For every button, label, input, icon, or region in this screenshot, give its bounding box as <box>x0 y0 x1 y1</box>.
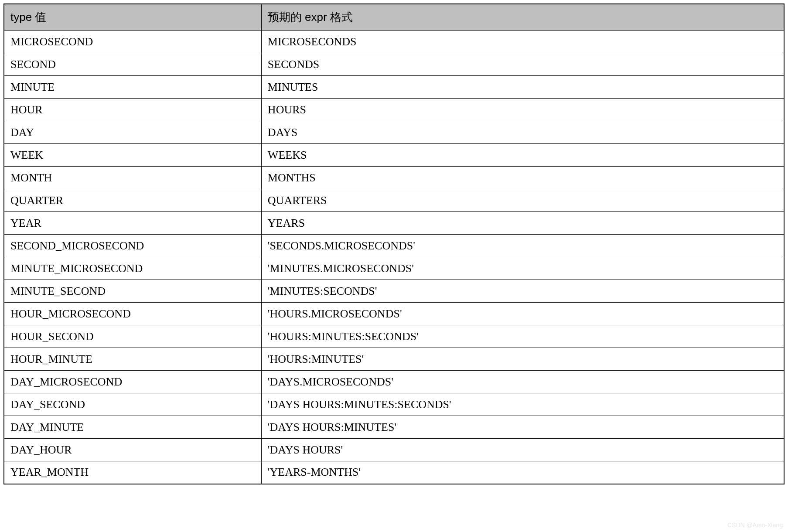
table-row: QUARTER QUARTERS <box>4 189 784 212</box>
cell-type: DAY_MINUTE <box>4 416 261 439</box>
table-header-row: type 值 预期的 expr 格式 <box>4 4 784 31</box>
cell-type: DAY_SECOND <box>4 393 261 416</box>
cell-expr: HOURS <box>261 99 784 121</box>
cell-type: DAY_HOUR <box>4 439 261 461</box>
header-type: type 值 <box>4 4 261 31</box>
cell-expr: WEEKS <box>261 144 784 167</box>
table-row: MINUTE_MICROSECOND 'MINUTES.MICROSECONDS… <box>4 257 784 280</box>
table-row: DAY_SECOND 'DAYS HOURS:MINUTES:SECONDS' <box>4 393 784 416</box>
cell-type: HOUR_MINUTE <box>4 348 261 371</box>
cell-expr: MONTHS <box>261 167 784 189</box>
cell-type: MICROSECOND <box>4 31 261 53</box>
cell-type: YEAR_MONTH <box>4 461 261 484</box>
cell-expr: 'DAYS HOURS' <box>261 439 784 461</box>
table-row: SECOND_MICROSECOND 'SECONDS.MICROSECONDS… <box>4 235 784 257</box>
table-row: MONTH MONTHS <box>4 167 784 189</box>
table-row: DAY_MINUTE 'DAYS HOURS:MINUTES' <box>4 416 784 439</box>
table-row: SECOND SECONDS <box>4 53 784 76</box>
cell-expr: 'MINUTES:SECONDS' <box>261 280 784 303</box>
cell-expr: 'DAYS.MICROSECONDS' <box>261 371 784 393</box>
cell-expr: 'HOURS.MICROSECONDS' <box>261 303 784 325</box>
cell-type: SECOND <box>4 53 261 76</box>
table-row: YEAR_MONTH 'YEARS-MONTHS' <box>4 461 784 484</box>
table-row: MINUTE MINUTES <box>4 76 784 99</box>
cell-type: MINUTE_MICROSECOND <box>4 257 261 280</box>
cell-expr: 'HOURS:MINUTES' <box>261 348 784 371</box>
table-row: DAY DAYS <box>4 121 784 144</box>
cell-type: DAY_MICROSECOND <box>4 371 261 393</box>
cell-type: DAY <box>4 121 261 144</box>
header-expr: 预期的 expr 格式 <box>261 4 784 31</box>
cell-type: MONTH <box>4 167 261 189</box>
cell-expr: 'YEARS-MONTHS' <box>261 461 784 484</box>
table-row: HOUR HOURS <box>4 99 784 121</box>
cell-type: MINUTE_SECOND <box>4 280 261 303</box>
cell-type: HOUR_MICROSECOND <box>4 303 261 325</box>
cell-expr: MINUTES <box>261 76 784 99</box>
type-expr-table: type 值 预期的 expr 格式 MICROSECOND MICROSECO… <box>3 3 785 484</box>
cell-type: YEAR <box>4 212 261 235</box>
table-row: HOUR_SECOND 'HOURS:MINUTES:SECONDS' <box>4 325 784 348</box>
cell-expr: DAYS <box>261 121 784 144</box>
cell-expr: YEARS <box>261 212 784 235</box>
table-row: HOUR_MINUTE 'HOURS:MINUTES' <box>4 348 784 371</box>
cell-expr: 'DAYS HOURS:MINUTES' <box>261 416 784 439</box>
cell-expr: 'MINUTES.MICROSECONDS' <box>261 257 784 280</box>
cell-type: QUARTER <box>4 189 261 212</box>
cell-expr: MICROSECONDS <box>261 31 784 53</box>
cell-expr: QUARTERS <box>261 189 784 212</box>
cell-expr: SECONDS <box>261 53 784 76</box>
table-row: MINUTE_SECOND 'MINUTES:SECONDS' <box>4 280 784 303</box>
table-row: DAY_MICROSECOND 'DAYS.MICROSECONDS' <box>4 371 784 393</box>
cell-expr: 'DAYS HOURS:MINUTES:SECONDS' <box>261 393 784 416</box>
table-row: WEEK WEEKS <box>4 144 784 167</box>
cell-type: MINUTE <box>4 76 261 99</box>
cell-type: HOUR <box>4 99 261 121</box>
cell-type: WEEK <box>4 144 261 167</box>
table-row: MICROSECOND MICROSECONDS <box>4 31 784 53</box>
cell-type: SECOND_MICROSECOND <box>4 235 261 257</box>
table-body: MICROSECOND MICROSECONDS SECOND SECONDS … <box>4 31 784 484</box>
cell-expr: 'HOURS:MINUTES:SECONDS' <box>261 325 784 348</box>
cell-expr: 'SECONDS.MICROSECONDS' <box>261 235 784 257</box>
cell-type: HOUR_SECOND <box>4 325 261 348</box>
table-row: YEAR YEARS <box>4 212 784 235</box>
table-row: DAY_HOUR 'DAYS HOURS' <box>4 439 784 461</box>
table-row: HOUR_MICROSECOND 'HOURS.MICROSECONDS' <box>4 303 784 325</box>
